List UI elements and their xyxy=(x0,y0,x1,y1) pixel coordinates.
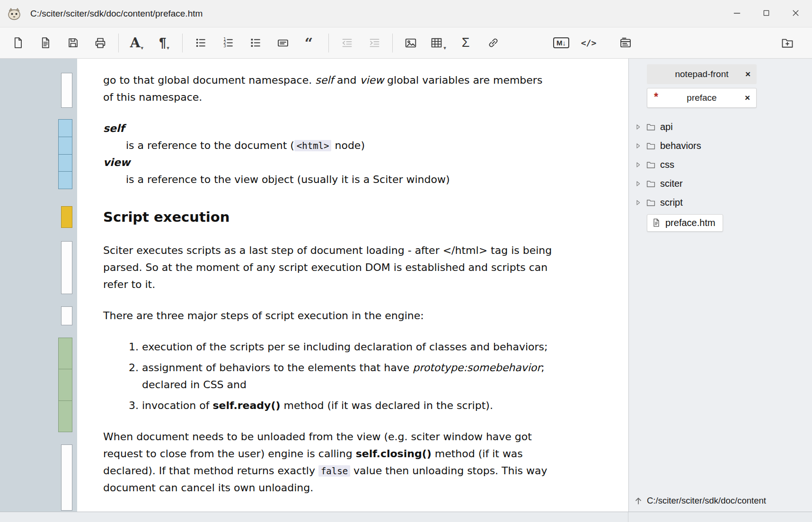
toolbar: A▾¶▾123“▾ΣM↓</> xyxy=(0,27,812,59)
open-document-button[interactable] xyxy=(33,32,58,54)
dropdown-arrow-icon: ▾ xyxy=(443,45,446,51)
chevron-right-icon xyxy=(635,180,642,187)
minimap-block-plain[interactable] xyxy=(61,444,72,511)
definition-description: is a reference to the document (<html> n… xyxy=(126,137,553,154)
dropdown-arrow-icon: ▾ xyxy=(167,45,169,51)
inline-code: <html> xyxy=(294,140,332,151)
minimap-block-heading-yellow[interactable] xyxy=(61,206,72,228)
tab-label: notepad-front xyxy=(675,69,728,79)
svg-text:“: “ xyxy=(305,36,313,50)
tree-item-css[interactable]: css xyxy=(635,155,812,174)
outdent-button[interactable] xyxy=(335,32,359,54)
toolbar-separator xyxy=(328,34,329,52)
tree-item-label: preface.htm xyxy=(665,218,715,228)
insert-link-button[interactable] xyxy=(481,32,505,54)
tree-item-label: sciter xyxy=(660,178,683,189)
text-run: execution of the scripts per se includin… xyxy=(142,341,547,353)
tab-preface[interactable]: *preface× xyxy=(647,88,757,108)
new-file-button[interactable] xyxy=(6,32,30,54)
sidebar-tabs: notepad-front×*preface× xyxy=(629,59,812,108)
folder-icon xyxy=(646,198,656,208)
statusbar xyxy=(0,512,812,522)
tree-item-sciter[interactable]: sciter xyxy=(635,174,812,193)
blockquote-icon: “ xyxy=(304,36,317,50)
content-area: go to that global document namespace. se… xyxy=(0,59,812,512)
markdown-icon: M↓ xyxy=(553,37,569,48)
text-run: view xyxy=(360,74,384,86)
insert-table-button[interactable]: ▾ xyxy=(426,32,450,54)
toolbar-separator xyxy=(182,34,183,52)
minimap-block-plain[interactable] xyxy=(61,306,72,325)
insert-symbol-button[interactable]: Σ xyxy=(453,32,478,54)
list-item: assignment of behaviors to the elements … xyxy=(142,359,553,393)
document-editor[interactable]: go to that global document namespace. se… xyxy=(77,59,628,512)
tree-item-behaviors[interactable]: behaviors xyxy=(635,136,812,155)
blockquote-button[interactable]: “ xyxy=(298,32,323,54)
insert-image-icon xyxy=(404,36,417,50)
definition-term: view xyxy=(103,154,553,171)
indent-button[interactable] xyxy=(362,32,387,54)
new-folder-button[interactable] xyxy=(775,32,800,54)
bullet-list-button[interactable] xyxy=(188,32,213,54)
text-run: and xyxy=(334,74,360,86)
insert-link-icon xyxy=(487,36,500,49)
minimap-block-plain[interactable] xyxy=(61,73,72,108)
paragraph-style-button[interactable]: ¶▾ xyxy=(152,32,177,54)
folder-icon xyxy=(646,160,656,170)
minimize-icon xyxy=(732,8,742,19)
document-body: go to that global document namespace. se… xyxy=(103,72,553,496)
close-icon xyxy=(791,8,801,19)
text-run: There are three major steps of script ex… xyxy=(103,310,424,322)
toolbar-group: ▾Σ xyxy=(398,32,505,54)
sidebar-footer: C:/sciter/sciter/sdk/doc/content xyxy=(634,496,808,506)
close-button[interactable] xyxy=(781,3,810,25)
insert-image-button[interactable] xyxy=(398,32,423,54)
folder-icon xyxy=(646,179,656,189)
toolbar-group: 123“ xyxy=(188,32,323,54)
close-icon[interactable]: × xyxy=(745,69,750,79)
save-icon xyxy=(67,36,79,49)
block-list-button[interactable] xyxy=(243,32,268,54)
toolbar-group: M↓</> xyxy=(549,32,601,54)
tree-item-script[interactable]: script xyxy=(635,193,812,212)
text-run: self xyxy=(103,122,124,134)
font-style-button[interactable]: A▾ xyxy=(124,32,149,54)
file-icon xyxy=(652,218,661,227)
tree-item-api[interactable]: api xyxy=(635,117,812,136)
source-code-icon: </> xyxy=(581,39,597,47)
chevron-right-icon xyxy=(635,161,642,168)
selected-file-chip[interactable]: preface.htm xyxy=(647,214,723,232)
definition-description: is a reference to the view object (usual… xyxy=(126,171,553,188)
comment-button[interactable] xyxy=(271,32,295,54)
new-file-icon xyxy=(12,36,25,49)
minimize-button[interactable] xyxy=(722,3,751,25)
close-icon[interactable]: × xyxy=(745,93,750,103)
print-button[interactable] xyxy=(88,32,113,54)
up-arrow-icon[interactable] xyxy=(634,496,643,505)
list-item: execution of the scripts per se includin… xyxy=(142,339,553,356)
inline-code: false xyxy=(318,465,350,477)
text-run: invocation of xyxy=(142,400,212,411)
numbered-list-button[interactable]: 123 xyxy=(216,32,240,54)
snippet-panel-button[interactable] xyxy=(613,32,638,54)
file-tree: apibehaviorscsssciterscriptpreface.htm xyxy=(629,117,812,234)
minimap-block-list-green[interactable] xyxy=(58,338,72,432)
folder-icon xyxy=(646,141,656,151)
tab-notepad-front[interactable]: notepad-front× xyxy=(647,64,757,84)
text-run: Sciter executes scripts as a last step o… xyxy=(103,244,552,290)
minimap-block-plain[interactable] xyxy=(61,241,72,294)
toolbar-separator xyxy=(118,34,119,52)
maximize-button[interactable] xyxy=(751,3,781,25)
markdown-button[interactable]: M↓ xyxy=(549,32,574,54)
text-run: view xyxy=(103,157,130,168)
save-button[interactable] xyxy=(61,32,85,54)
tree-item-preface.htm[interactable]: preface.htm xyxy=(635,212,812,234)
numbered-list-icon: 123 xyxy=(222,36,235,49)
modified-asterisk: * xyxy=(654,91,658,104)
minimap-block-selection-blue[interactable] xyxy=(58,119,72,189)
text-run: node) xyxy=(331,139,364,151)
indent-icon xyxy=(368,36,381,49)
window-title: C:/sciter/sciter/sdk/doc/content/preface… xyxy=(30,9,203,19)
source-code-button[interactable]: </> xyxy=(576,32,601,54)
paragraph: Sciter executes scripts as a last step o… xyxy=(103,242,553,293)
